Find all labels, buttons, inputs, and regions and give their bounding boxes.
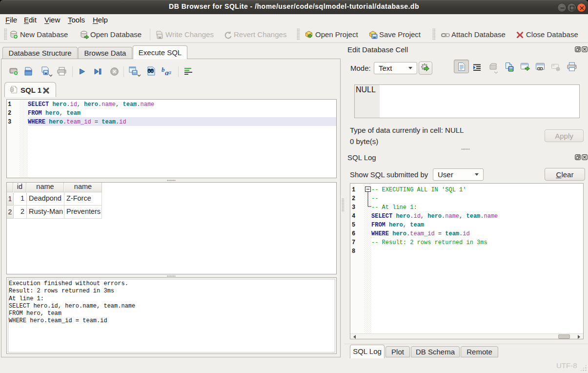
svg-text:a: a — [168, 69, 171, 76]
svg-text:b: b — [162, 66, 165, 73]
